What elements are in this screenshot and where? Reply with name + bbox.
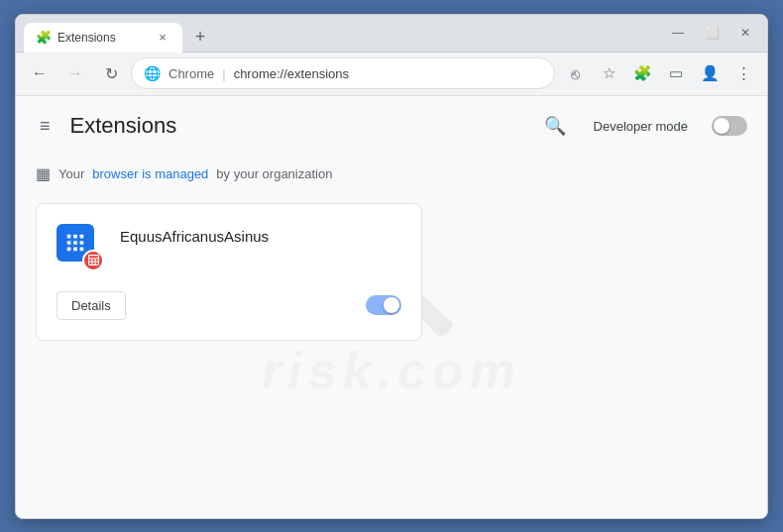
browser-window: 🧩 Extensions × + — ⬜ ✕ ← → ↻ 🌐 Chrome | … [15,14,768,519]
page-title: Extensions [70,113,177,139]
svg-rect-8 [80,247,84,251]
extension-toggle-knob [384,297,399,313]
extensions-button[interactable]: 🧩 [626,57,658,89]
title-bar: 🧩 Extensions × + — ⬜ ✕ [16,15,767,53]
site-name: Chrome [168,66,214,81]
managed-icon: ▦ [36,164,51,183]
tab-icon: 🧩 [36,30,52,45]
forward-button[interactable]: → [59,57,91,89]
svg-rect-9 [88,256,98,266]
extension-card-header: EquusAfricanusAsinus [56,224,401,271]
share-button[interactable]: ⎋ [559,57,591,89]
apps-icon [64,232,86,254]
svg-rect-5 [80,241,84,245]
spreadsheet-icon [87,254,100,266]
bookmark-button[interactable]: ☆ [593,57,624,89]
search-button[interactable]: 🔍 [544,115,566,137]
svg-rect-3 [67,241,71,245]
nav-bar: ← → ↻ 🌐 Chrome | chrome://extensions ⎋ ☆… [16,53,767,96]
extension-icon [56,224,104,271]
svg-rect-0 [67,234,71,238]
extension-card: EquusAfricanusAsinus Details [36,203,422,341]
managed-link[interactable]: browser is managed [92,166,208,181]
url-separator: | [222,66,225,81]
reload-button[interactable]: ↻ [95,57,127,89]
svg-rect-2 [80,234,84,238]
svg-rect-1 [73,234,77,238]
url-text: chrome://extensions [234,66,349,81]
site-icon: 🌐 [144,65,161,81]
page-content: 🔍 risk.com ≡ Extensions 🔍 Developer mode… [16,96,767,518]
back-button[interactable]: ← [24,57,56,89]
extension-name: EquusAfricanusAsinus [120,224,269,245]
window-controls: — ⬜ ✕ [664,19,759,47]
maximize-button[interactable]: ⬜ [698,19,726,47]
new-tab-button[interactable]: + [186,24,214,52]
svg-rect-4 [73,241,77,245]
address-bar[interactable]: 🌐 Chrome | chrome://extensions [131,57,555,89]
tab-strip: 🧩 Extensions × + [24,15,660,52]
developer-mode-toggle[interactable] [712,116,747,136]
extensions-header: ≡ Extensions 🔍 Developer mode [16,96,767,157]
tab-close-button[interactable]: × [155,30,170,46]
extension-list: EquusAfricanusAsinus Details [16,191,767,353]
menu-button[interactable]: ⋮ [727,57,759,89]
svg-rect-6 [67,247,71,251]
minimize-button[interactable]: — [664,19,692,47]
toggle-knob [714,118,729,134]
managed-text-before: Your [58,166,84,181]
hamburger-button[interactable]: ≡ [36,112,55,141]
extension-card-footer: Details [56,291,401,320]
svg-rect-7 [73,247,77,251]
extensions-page: ≡ Extensions 🔍 Developer mode ▦ Your bro… [16,96,767,518]
active-tab[interactable]: 🧩 Extensions × [24,23,182,53]
profile-button[interactable]: 👤 [694,57,726,89]
developer-mode-label: Developer mode [594,119,688,134]
nav-actions: ⎋ ☆ 🧩 ▭ 👤 ⋮ [559,57,759,89]
managed-text-after: by your organization [216,166,332,181]
extension-toggle[interactable] [366,295,401,315]
extension-badge-icon [82,250,104,271]
cast-button[interactable]: ▭ [660,57,692,89]
managed-banner: ▦ Your browser is managed by your organi… [16,157,767,191]
tab-title: Extensions [57,31,149,45]
close-button[interactable]: ✕ [731,19,759,47]
details-button[interactable]: Details [56,291,126,320]
